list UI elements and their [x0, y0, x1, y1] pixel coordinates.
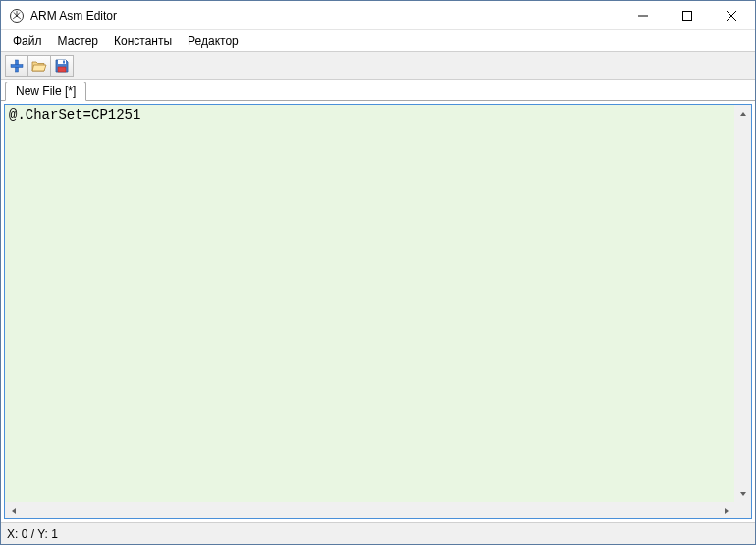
- menu-editor[interactable]: Редактор: [180, 32, 246, 50]
- scroll-left-icon[interactable]: [5, 502, 22, 518]
- floppy-save-icon: [55, 59, 69, 73]
- scroll-corner: [734, 502, 751, 518]
- editor-border: @.CharSet=CP1251: [4, 104, 752, 519]
- svg-rect-7: [11, 64, 23, 67]
- svg-point-1: [16, 14, 18, 16]
- window-title: ARM Asm Editor: [30, 9, 621, 23]
- close-icon: [727, 11, 736, 21]
- svg-rect-9: [58, 67, 66, 72]
- app-window: ARM Asm Editor Файл Мастер Константы Ред…: [0, 0, 756, 545]
- svg-rect-10: [63, 60, 65, 63]
- new-file-button[interactable]: [5, 55, 28, 77]
- statusbar: X: 0 / Y: 1: [1, 522, 755, 544]
- tab-label: New File [*]: [16, 84, 76, 98]
- plus-icon: [10, 59, 24, 73]
- menu-constants[interactable]: Константы: [106, 32, 180, 50]
- scroll-up-icon[interactable]: [734, 105, 751, 122]
- open-file-button[interactable]: [27, 55, 51, 77]
- window-buttons: [621, 1, 753, 29]
- titlebar: ARM Asm Editor: [1, 1, 755, 30]
- tab-strip: New File [*]: [1, 80, 755, 101]
- svg-line-5: [727, 11, 736, 21]
- save-file-button[interactable]: [50, 55, 74, 77]
- horizontal-scrollbar[interactable]: [5, 502, 751, 518]
- svg-rect-3: [682, 11, 691, 20]
- tab-new-file[interactable]: New File [*]: [5, 82, 86, 101]
- menubar: Файл Мастер Константы Редактор: [1, 30, 755, 52]
- menu-master[interactable]: Мастер: [50, 32, 107, 50]
- minimize-icon: [638, 11, 648, 21]
- folder-open-icon: [31, 59, 47, 73]
- editor-area: @.CharSet=CP1251: [1, 101, 755, 522]
- vertical-scrollbar[interactable]: [734, 105, 751, 502]
- app-icon: [9, 8, 25, 24]
- toolbar: [1, 52, 755, 80]
- cursor-position: X: 0 / Y: 1: [7, 527, 58, 541]
- maximize-button[interactable]: [665, 1, 709, 29]
- scroll-down-icon[interactable]: [734, 485, 751, 502]
- code-editor[interactable]: @.CharSet=CP1251: [5, 105, 734, 502]
- minimize-button[interactable]: [621, 1, 665, 29]
- scroll-right-icon[interactable]: [718, 502, 734, 518]
- menu-file[interactable]: Файл: [5, 32, 50, 50]
- maximize-icon: [682, 11, 692, 21]
- close-button[interactable]: [709, 1, 753, 29]
- svg-line-4: [727, 11, 736, 21]
